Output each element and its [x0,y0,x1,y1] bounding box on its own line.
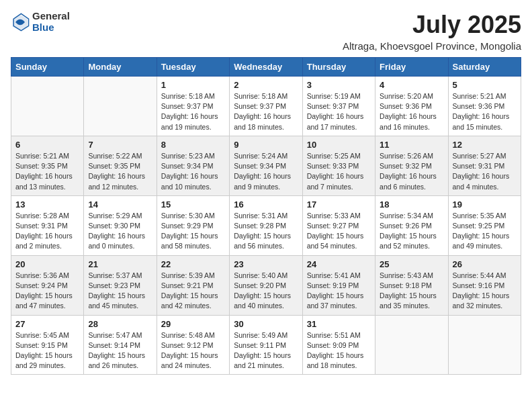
day-info: Sunrise: 5:21 AM Sunset: 9:35 PM Dayligh… [15,151,79,192]
calendar-day-cell: 29Sunrise: 5:48 AM Sunset: 9:12 PM Dayli… [157,315,229,375]
day-number: 25 [380,259,443,269]
calendar-day-cell [11,77,84,136]
day-info: Sunrise: 5:37 AM Sunset: 9:23 PM Dayligh… [88,271,152,312]
calendar-day-cell [448,315,521,375]
calendar-day-header: Saturday [448,58,521,77]
day-number: 15 [161,199,225,210]
day-number: 7 [88,140,152,150]
calendar-day-cell: 3Sunrise: 5:19 AM Sunset: 9:37 PM Daylig… [302,77,375,136]
calendar-day-cell: 1Sunrise: 5:18 AM Sunset: 9:37 PM Daylig… [157,77,229,136]
calendar-day-cell: 21Sunrise: 5:37 AM Sunset: 9:23 PM Dayli… [84,255,157,315]
calendar-day-cell: 26Sunrise: 5:44 AM Sunset: 9:16 PM Dayli… [448,255,521,315]
calendar-day-header: Sunday [11,58,84,77]
calendar-day-cell: 12Sunrise: 5:27 AM Sunset: 9:31 PM Dayli… [448,136,521,195]
day-info: Sunrise: 5:41 AM Sunset: 9:19 PM Dayligh… [307,271,371,312]
calendar-day-cell: 17Sunrise: 5:33 AM Sunset: 9:27 PM Dayli… [302,195,375,255]
day-number: 5 [453,80,517,90]
calendar-day-cell: 13Sunrise: 5:28 AM Sunset: 9:31 PM Dayli… [11,195,84,255]
calendar-header-row: SundayMondayTuesdayWednesdayThursdayFrid… [11,58,521,77]
calendar-day-cell: 14Sunrise: 5:29 AM Sunset: 9:30 PM Dayli… [84,195,157,255]
day-number: 26 [453,259,517,269]
day-number: 28 [88,319,152,329]
day-info: Sunrise: 5:39 AM Sunset: 9:21 PM Dayligh… [161,271,225,312]
calendar-day-cell: 20Sunrise: 5:36 AM Sunset: 9:24 PM Dayli… [11,255,84,315]
calendar-day-header: Wednesday [230,58,302,77]
day-number: 9 [234,140,298,150]
day-info: Sunrise: 5:24 AM Sunset: 9:34 PM Dayligh… [234,151,298,192]
calendar-day-cell: 10Sunrise: 5:25 AM Sunset: 9:33 PM Dayli… [302,136,375,195]
day-info: Sunrise: 5:26 AM Sunset: 9:32 PM Dayligh… [380,151,443,192]
calendar-day-cell: 25Sunrise: 5:43 AM Sunset: 9:18 PM Dayli… [375,255,448,315]
calendar-day-cell: 31Sunrise: 5:51 AM Sunset: 9:09 PM Dayli… [302,315,375,375]
day-info: Sunrise: 5:49 AM Sunset: 9:11 PM Dayligh… [234,330,298,371]
calendar-day-cell: 6Sunrise: 5:21 AM Sunset: 9:35 PM Daylig… [11,136,84,195]
day-info: Sunrise: 5:47 AM Sunset: 9:14 PM Dayligh… [88,330,152,371]
day-number: 20 [15,259,79,269]
day-number: 22 [161,259,225,269]
calendar-day-header: Thursday [302,58,375,77]
day-info: Sunrise: 5:27 AM Sunset: 9:31 PM Dayligh… [453,151,517,192]
calendar-day-cell: 5Sunrise: 5:21 AM Sunset: 9:36 PM Daylig… [448,77,521,136]
day-number: 31 [307,319,371,329]
calendar-day-cell: 8Sunrise: 5:23 AM Sunset: 9:34 PM Daylig… [157,136,229,195]
day-number: 11 [380,140,443,150]
calendar-week-row: 27Sunrise: 5:45 AM Sunset: 9:15 PM Dayli… [11,315,521,375]
calendar-day-cell: 15Sunrise: 5:30 AM Sunset: 9:29 PM Dayli… [157,195,229,255]
calendar-day-cell: 23Sunrise: 5:40 AM Sunset: 9:20 PM Dayli… [230,255,302,315]
calendar-day-header: Monday [84,58,157,77]
day-info: Sunrise: 5:23 AM Sunset: 9:34 PM Dayligh… [161,151,225,192]
calendar-day-cell: 19Sunrise: 5:35 AM Sunset: 9:25 PM Dayli… [448,195,521,255]
day-info: Sunrise: 5:51 AM Sunset: 9:09 PM Dayligh… [307,330,371,371]
calendar-day-cell [84,77,157,136]
day-number: 14 [88,199,152,210]
day-info: Sunrise: 5:30 AM Sunset: 9:29 PM Dayligh… [161,211,225,252]
day-info: Sunrise: 5:44 AM Sunset: 9:16 PM Dayligh… [453,271,517,312]
logo-text: General Blue [32,11,70,33]
day-number: 6 [15,140,79,150]
calendar-week-row: 1Sunrise: 5:18 AM Sunset: 9:37 PM Daylig… [11,77,521,136]
calendar-day-cell: 4Sunrise: 5:20 AM Sunset: 9:36 PM Daylig… [375,77,448,136]
subtitle: Altraga, Khoevsgoel Province, Mongolia [343,40,521,52]
calendar-day-cell: 16Sunrise: 5:31 AM Sunset: 9:28 PM Dayli… [230,195,302,255]
calendar-week-row: 13Sunrise: 5:28 AM Sunset: 9:31 PM Dayli… [11,195,521,255]
day-info: Sunrise: 5:19 AM Sunset: 9:37 PM Dayligh… [307,91,371,132]
day-number: 23 [234,259,298,269]
logo-general-text: General [32,11,70,22]
day-info: Sunrise: 5:43 AM Sunset: 9:18 PM Dayligh… [380,271,443,312]
day-info: Sunrise: 5:29 AM Sunset: 9:30 PM Dayligh… [88,211,152,252]
day-number: 24 [307,259,371,269]
day-info: Sunrise: 5:18 AM Sunset: 9:37 PM Dayligh… [161,91,225,132]
calendar-day-cell: 27Sunrise: 5:45 AM Sunset: 9:15 PM Dayli… [11,315,84,375]
calendar-table: SundayMondayTuesdayWednesdayThursdayFrid… [11,57,521,375]
day-number: 13 [15,199,79,210]
day-number: 12 [453,140,517,150]
day-info: Sunrise: 5:28 AM Sunset: 9:31 PM Dayligh… [15,211,79,252]
day-info: Sunrise: 5:18 AM Sunset: 9:37 PM Dayligh… [234,91,298,132]
logo-blue-text: Blue [32,22,70,34]
calendar-day-cell: 11Sunrise: 5:26 AM Sunset: 9:32 PM Dayli… [375,136,448,195]
day-info: Sunrise: 5:31 AM Sunset: 9:28 PM Dayligh… [234,211,298,252]
calendar-day-cell: 22Sunrise: 5:39 AM Sunset: 9:21 PM Dayli… [157,255,229,315]
calendar-week-row: 6Sunrise: 5:21 AM Sunset: 9:35 PM Daylig… [11,136,521,195]
main-title: July 2025 [343,11,521,39]
logo-icon [11,13,30,32]
day-number: 3 [307,80,371,90]
day-info: Sunrise: 5:33 AM Sunset: 9:27 PM Dayligh… [307,211,371,252]
calendar-day-cell: 2Sunrise: 5:18 AM Sunset: 9:37 PM Daylig… [230,77,302,136]
calendar-week-row: 20Sunrise: 5:36 AM Sunset: 9:24 PM Dayli… [11,255,521,315]
day-number: 2 [234,80,298,90]
day-number: 1 [161,80,225,90]
day-info: Sunrise: 5:36 AM Sunset: 9:24 PM Dayligh… [15,271,79,312]
calendar-day-cell: 24Sunrise: 5:41 AM Sunset: 9:19 PM Dayli… [302,255,375,315]
day-number: 4 [380,80,443,90]
day-info: Sunrise: 5:35 AM Sunset: 9:25 PM Dayligh… [453,211,517,252]
calendar-day-cell [375,315,448,375]
page-header: General Blue July 2025 Altraga, Khoevsgo… [11,11,521,52]
title-block: July 2025 Altraga, Khoevsgoel Province, … [343,11,521,52]
day-info: Sunrise: 5:45 AM Sunset: 9:15 PM Dayligh… [15,330,79,371]
day-info: Sunrise: 5:20 AM Sunset: 9:36 PM Dayligh… [380,91,443,132]
calendar-day-cell: 18Sunrise: 5:34 AM Sunset: 9:26 PM Dayli… [375,195,448,255]
calendar-day-cell: 30Sunrise: 5:49 AM Sunset: 9:11 PM Dayli… [230,315,302,375]
day-number: 17 [307,199,371,210]
day-number: 18 [380,199,443,210]
